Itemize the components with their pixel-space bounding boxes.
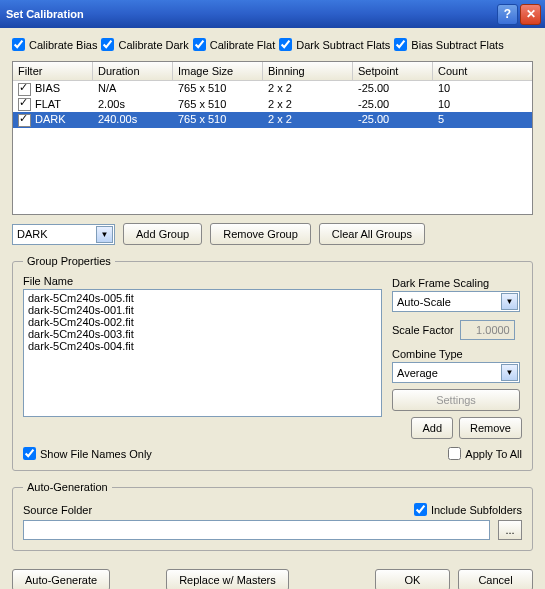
ok-button[interactable]: OK: [375, 569, 450, 589]
groups-table[interactable]: Filter Duration Image Size Binning Setpo…: [12, 61, 533, 215]
group-type-select[interactable]: DARK ▼: [12, 224, 115, 245]
dark-scaling-label: Dark Frame Scaling: [392, 277, 522, 289]
window-title: Set Calibration: [6, 8, 495, 20]
chevron-down-icon: ▼: [501, 364, 518, 381]
auto-generate-button[interactable]: Auto-Generate: [12, 569, 110, 589]
combine-type-label: Combine Type: [392, 348, 522, 360]
scale-factor-label: Scale Factor: [392, 324, 454, 336]
table-row[interactable]: FLAT 2.00s 765 x 510 2 x 2 -25.00 10: [13, 97, 532, 113]
col-setpoint[interactable]: Setpoint: [353, 62, 433, 80]
row-check-icon[interactable]: [18, 114, 31, 127]
dark-scaling-select[interactable]: Auto-Scale ▼: [392, 291, 520, 312]
row-check-icon[interactable]: [18, 83, 31, 96]
col-filter[interactable]: Filter: [13, 62, 93, 80]
scale-factor-input: [460, 320, 515, 340]
dark-subtract-flats-check[interactable]: Dark Subtract Flats: [279, 38, 390, 51]
bias-subtract-flats-check[interactable]: Bias Subtract Flats: [394, 38, 503, 51]
calibrate-bias-check[interactable]: Calibrate Bias: [12, 38, 97, 51]
settings-button: Settings: [392, 389, 520, 411]
list-item[interactable]: dark-5Cm240s-004.fit: [26, 340, 379, 352]
group-properties-legend: Group Properties: [23, 255, 115, 267]
add-file-button[interactable]: Add: [411, 417, 453, 439]
table-row[interactable]: DARK 240.00s 765 x 510 2 x 2 -25.00 5: [13, 112, 532, 128]
remove-group-button[interactable]: Remove Group: [210, 223, 311, 245]
include-subfolders-check[interactable]: Include Subfolders: [414, 503, 522, 516]
auto-generation-legend: Auto-Generation: [23, 481, 112, 493]
col-image-size[interactable]: Image Size: [173, 62, 263, 80]
apply-to-all-check[interactable]: Apply To All: [448, 447, 522, 460]
row-check-icon[interactable]: [18, 98, 31, 111]
browse-button[interactable]: ...: [498, 520, 522, 540]
clear-all-groups-button[interactable]: Clear All Groups: [319, 223, 425, 245]
close-button[interactable]: ✕: [520, 4, 541, 25]
combine-type-select[interactable]: Average ▼: [392, 362, 520, 383]
source-folder-label: Source Folder: [23, 504, 92, 516]
source-folder-input[interactable]: [23, 520, 490, 540]
top-checkbox-row: Calibrate Bias Calibrate Dark Calibrate …: [12, 38, 533, 51]
list-item[interactable]: dark-5Cm240s-001.fit: [26, 304, 379, 316]
calibrate-flat-check[interactable]: Calibrate Flat: [193, 38, 275, 51]
show-file-names-check[interactable]: Show File Names Only: [23, 447, 152, 460]
list-item[interactable]: dark-5Cm240s-005.fit: [26, 292, 379, 304]
chevron-down-icon: ▼: [501, 293, 518, 310]
help-button[interactable]: ?: [497, 4, 518, 25]
file-name-label: File Name: [23, 275, 382, 287]
calibrate-dark-check[interactable]: Calibrate Dark: [101, 38, 188, 51]
list-item[interactable]: dark-5Cm240s-002.fit: [26, 316, 379, 328]
group-properties-fieldset: Group Properties File Name dark-5Cm240s-…: [12, 255, 533, 471]
table-header: Filter Duration Image Size Binning Setpo…: [13, 62, 532, 81]
cancel-button[interactable]: Cancel: [458, 569, 533, 589]
file-list[interactable]: dark-5Cm240s-005.fit dark-5Cm240s-001.fi…: [23, 289, 382, 417]
col-duration[interactable]: Duration: [93, 62, 173, 80]
titlebar: Set Calibration ? ✕: [0, 0, 545, 28]
replace-masters-button[interactable]: Replace w/ Masters: [166, 569, 289, 589]
col-binning[interactable]: Binning: [263, 62, 353, 80]
remove-file-button[interactable]: Remove: [459, 417, 522, 439]
add-group-button[interactable]: Add Group: [123, 223, 202, 245]
table-row[interactable]: BIAS N/A 765 x 510 2 x 2 -25.00 10: [13, 81, 532, 97]
chevron-down-icon: ▼: [96, 226, 113, 243]
auto-generation-fieldset: Auto-Generation Source Folder Include Su…: [12, 481, 533, 551]
col-count[interactable]: Count: [433, 62, 532, 80]
list-item[interactable]: dark-5Cm240s-003.fit: [26, 328, 379, 340]
